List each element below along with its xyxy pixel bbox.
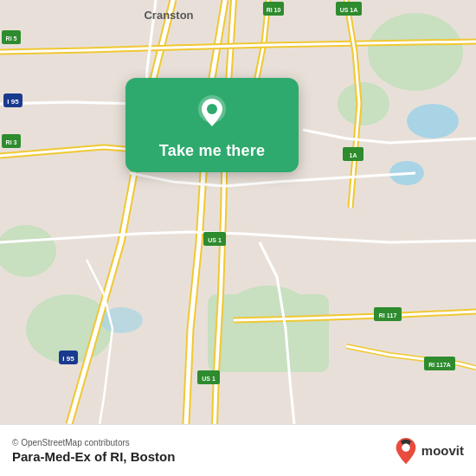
svg-text:RI 117A: RI 117A [428,362,451,368]
svg-rect-4 [208,294,329,372]
svg-point-9 [100,307,143,333]
svg-text:RI 10: RI 10 [267,7,281,13]
take-me-there-button[interactable]: Take me there [159,142,265,160]
location-pin-icon [193,93,231,132]
map-svg: I 95 RI 5 RI 10 US 1A RI 3 US 1 I 95 US … [0,0,476,424]
svg-text:Cranston: Cranston [144,9,193,22]
bottom-bar: © OpenStreetMap contributors Para-Med-Ex… [0,424,476,476]
bottom-left: © OpenStreetMap contributors Para-Med-Ex… [12,438,175,464]
svg-text:RI 3: RI 3 [6,139,17,145]
svg-point-1 [368,13,463,91]
svg-point-7 [407,104,459,138]
svg-point-2 [338,82,389,125]
svg-text:RI 5: RI 5 [6,35,17,42]
location-card[interactable]: Take me there [125,78,299,172]
svg-text:RI 117: RI 117 [379,312,397,318]
svg-text:I 95: I 95 [7,98,19,106]
moovit-logo: moovit [394,436,464,466]
svg-point-35 [402,443,409,451]
svg-text:US 1: US 1 [208,237,222,243]
svg-text:I 95: I 95 [62,355,74,363]
svg-text:US 1: US 1 [202,376,215,382]
osm-attribution: © OpenStreetMap contributors [12,438,175,447]
moovit-brand-text: moovit [421,443,464,458]
svg-text:US 1A: US 1A [340,7,358,13]
svg-text:1A: 1A [350,152,357,158]
location-title: Para-Med-Ex of RI, Boston [12,449,175,464]
map-container: I 95 RI 5 RI 10 US 1A RI 3 US 1 I 95 US … [0,0,476,424]
moovit-pin-icon [394,436,418,466]
svg-point-34 [207,104,217,114]
